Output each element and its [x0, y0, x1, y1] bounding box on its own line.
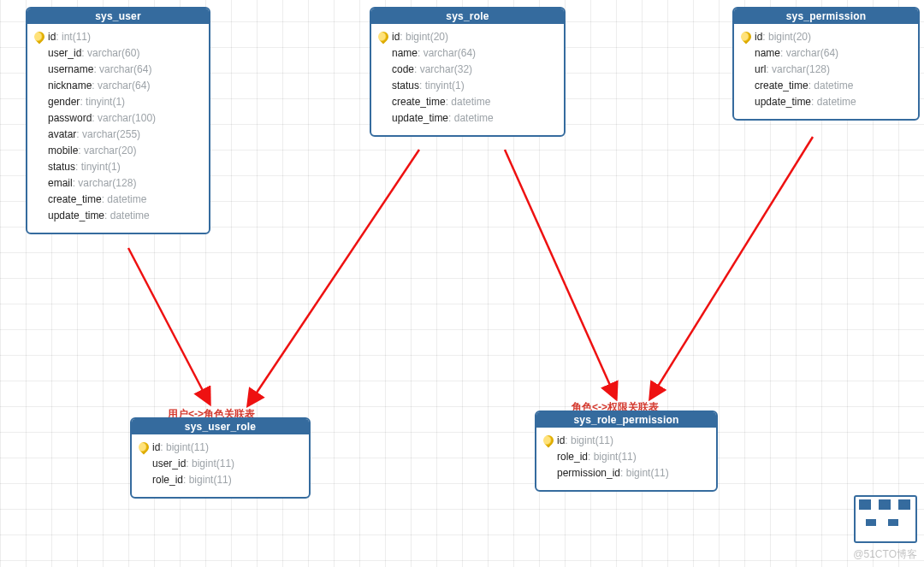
- entity-fields: id: bigint(20)name: varchar(64)url: varc…: [734, 24, 918, 119]
- field-user_id: user_id: bigint(11): [137, 456, 304, 472]
- entity-title: sys_permission: [734, 9, 918, 24]
- field-email: email: varchar(128): [33, 175, 204, 192]
- field-role_id: role_id: bigint(11): [542, 449, 711, 465]
- svg-line-0: [128, 248, 210, 404]
- entity-sys-role-permission[interactable]: sys_role_permission id: bigint(11)role_i…: [535, 410, 718, 492]
- svg-line-3: [650, 137, 813, 399]
- entity-title: sys_role_permission: [536, 412, 716, 428]
- entity-sys-user-role[interactable]: sys_user_role id: bigint(11)user_id: big…: [130, 417, 311, 499]
- field-update_time: update_time: datetime: [739, 94, 913, 110]
- svg-line-2: [505, 150, 616, 399]
- entity-sys-role[interactable]: sys_role id: bigint(20)name: varchar(64)…: [370, 7, 566, 137]
- field-username: username: varchar(64): [33, 62, 204, 78]
- field-nickname: nickname: varchar(64): [33, 78, 204, 94]
- entity-title: sys_user: [27, 9, 209, 24]
- minimap-thumbnail[interactable]: [854, 495, 917, 543]
- field-update_time: update_time: datetime: [376, 110, 559, 127]
- entity-sys-user[interactable]: sys_user id: int(11)user_id: varchar(60)…: [26, 7, 210, 234]
- field-code: code: varchar(32): [376, 62, 559, 78]
- field-user_id: user_id: varchar(60): [33, 45, 204, 62]
- field-create_time: create_time: datetime: [376, 94, 559, 110]
- field-id: id: bigint(11): [137, 440, 304, 456]
- field-update_time: update_time: datetime: [33, 208, 204, 224]
- entity-sys-permission[interactable]: sys_permission id: bigint(20)name: varch…: [732, 7, 920, 121]
- field-name: name: varchar(64): [376, 45, 559, 62]
- field-mobile: mobile: varchar(20): [33, 143, 204, 159]
- watermark-text: @51CTO博客: [853, 547, 917, 562]
- entity-title: sys_role: [371, 9, 564, 24]
- field-status: status: tinyint(1): [376, 78, 559, 94]
- field-avatar: avatar: varchar(255): [33, 127, 204, 143]
- entity-fields: id: int(11)user_id: varchar(60)username:…: [27, 24, 209, 233]
- field-id: id: bigint(20): [739, 29, 913, 45]
- entity-fields: id: bigint(20)name: varchar(64)code: var…: [371, 24, 564, 135]
- entity-fields: id: bigint(11)user_id: bigint(11)role_id…: [132, 434, 309, 497]
- field-role_id: role_id: bigint(11): [137, 472, 304, 488]
- svg-line-1: [248, 150, 419, 405]
- field-gender: gender: tinyint(1): [33, 94, 204, 110]
- field-permission_id: permission_id: bigint(11): [542, 465, 711, 481]
- entity-title: sys_user_role: [132, 419, 309, 434]
- field-password: password: varchar(100): [33, 110, 204, 127]
- field-status: status: tinyint(1): [33, 159, 204, 175]
- field-name: name: varchar(64): [739, 45, 913, 62]
- entity-fields: id: bigint(11)role_id: bigint(11)permiss…: [536, 428, 716, 490]
- diagram-canvas: 用户表 角色表 权限表 用户<->角色关联表 角色<->权限关联表 sys_us…: [0, 0, 924, 567]
- field-id: id: bigint(20): [376, 29, 559, 45]
- field-id: id: bigint(11): [542, 433, 711, 449]
- field-create_time: create_time: datetime: [739, 78, 913, 94]
- field-id: id: int(11): [33, 29, 204, 45]
- field-url: url: varchar(128): [739, 62, 913, 78]
- field-create_time: create_time: datetime: [33, 192, 204, 208]
